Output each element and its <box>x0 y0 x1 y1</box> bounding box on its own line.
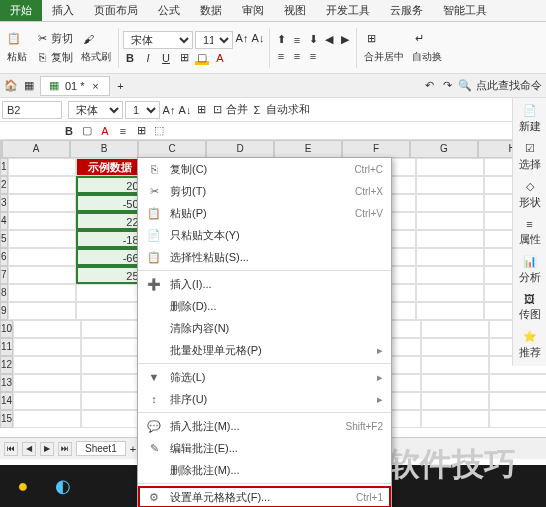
size-select[interactable]: 11 <box>195 31 233 49</box>
cell[interactable] <box>416 230 484 248</box>
cell[interactable] <box>8 248 76 266</box>
menu-item[interactable]: 📋选择性粘贴(S)... <box>138 246 391 268</box>
tab-3[interactable]: 公式 <box>148 0 190 21</box>
increase-font-icon[interactable]: A↑ <box>235 31 249 45</box>
autosum-label[interactable]: 自动求和 <box>266 102 310 117</box>
tab-5[interactable]: 审阅 <box>232 0 274 21</box>
font-select[interactable]: 宋体 <box>123 31 193 49</box>
col-header[interactable]: A <box>2 140 70 158</box>
menu-item[interactable]: ➕插入(I)... <box>138 273 391 295</box>
cell[interactable] <box>8 212 76 230</box>
paste-button[interactable]: 📋 <box>4 31 30 47</box>
copy-button[interactable]: ⎘复制 <box>32 49 76 66</box>
tab-7[interactable]: 开发工具 <box>316 0 380 21</box>
menu-item[interactable]: ↕排序(U)▸ <box>138 388 391 410</box>
row-header[interactable]: 13 <box>0 374 13 392</box>
mini-size-select[interactable]: 11 <box>125 101 160 119</box>
row-header[interactable]: 7 <box>0 266 8 284</box>
tab-1[interactable]: 插入 <box>42 0 84 21</box>
close-icon[interactable]: × <box>89 79 103 93</box>
border-icon[interactable]: ⊞ <box>194 103 208 117</box>
add-sheet-icon[interactable]: + <box>130 443 136 455</box>
menu-item[interactable]: 📋粘贴(P)Ctrl+V <box>138 202 391 224</box>
menu-item[interactable]: 📄只粘贴文本(Y) <box>138 224 391 246</box>
cell[interactable]: -18 <box>76 230 144 248</box>
home-icon[interactable]: 🏠 <box>4 79 18 93</box>
italic-icon[interactable]: I <box>141 51 155 65</box>
fill-color-icon[interactable]: ▢ <box>80 124 94 138</box>
row-header[interactable]: 5 <box>0 230 8 248</box>
cell[interactable] <box>416 284 484 302</box>
cell[interactable] <box>421 338 489 356</box>
cell[interactable] <box>8 176 76 194</box>
taskbar-app-2[interactable]: ◐ <box>46 469 80 503</box>
decrease-font-icon[interactable]: A↓ <box>178 103 192 117</box>
row-header[interactable]: 11 <box>0 338 13 356</box>
mini-font-select[interactable]: 宋体 <box>68 101 123 119</box>
cell[interactable] <box>416 158 484 176</box>
first-sheet-icon[interactable]: ⏮ <box>4 442 18 456</box>
cell[interactable] <box>13 374 81 392</box>
cell[interactable]: 25 <box>76 266 144 284</box>
cell[interactable] <box>416 266 484 284</box>
cell[interactable]: -50 <box>76 194 144 212</box>
side-button[interactable]: ◇形状 <box>519 180 541 210</box>
last-sheet-icon[interactable]: ⏭ <box>58 442 72 456</box>
cell[interactable] <box>13 320 81 338</box>
undo-icon[interactable]: ↶ <box>422 79 436 93</box>
cell[interactable] <box>421 320 489 338</box>
bold-icon[interactable]: B <box>123 51 137 65</box>
border-icon[interactable]: ⊞ <box>177 51 191 65</box>
cell[interactable] <box>489 392 546 410</box>
row-header[interactable]: 15 <box>0 410 13 428</box>
cell[interactable] <box>489 410 546 428</box>
autosum-icon[interactable]: Σ <box>250 103 264 117</box>
font-color-icon[interactable]: A <box>98 124 112 138</box>
prev-sheet-icon[interactable]: ◀ <box>22 442 36 456</box>
cell[interactable] <box>13 410 81 428</box>
tab-0[interactable]: 开始 <box>0 0 42 21</box>
align-icon[interactable]: ≡ <box>116 124 130 138</box>
align-left-icon[interactable]: ≡ <box>274 49 288 63</box>
row-header[interactable]: 6 <box>0 248 8 266</box>
fill-color-icon[interactable]: ▢ <box>195 51 209 65</box>
col-header[interactable]: F <box>342 140 410 158</box>
cell[interactable] <box>13 338 81 356</box>
align-bottom-icon[interactable]: ⬇ <box>306 33 320 47</box>
document-tab[interactable]: ▦ 01 * × <box>40 76 110 96</box>
col-header[interactable]: G <box>410 140 478 158</box>
menu-item[interactable]: ⎘复制(C)Ctrl+C <box>138 158 391 180</box>
side-button[interactable]: ☑选择 <box>519 142 541 172</box>
menu-item[interactable]: 批量处理单元格(P)▸ <box>138 339 391 361</box>
decrease-font-icon[interactable]: A↓ <box>251 31 265 45</box>
col-header[interactable]: D <box>206 140 274 158</box>
cell[interactable] <box>13 356 81 374</box>
menu-item[interactable]: ✎编辑批注(E)... <box>138 437 391 459</box>
cell[interactable] <box>416 194 484 212</box>
menu-item[interactable]: ⚙设置单元格格式(F)...Ctrl+1 <box>138 486 391 507</box>
cell[interactable] <box>416 302 484 320</box>
cell[interactable] <box>489 374 546 392</box>
tab-4[interactable]: 数据 <box>190 0 232 21</box>
row-header[interactable]: 4 <box>0 212 8 230</box>
tab-6[interactable]: 视图 <box>274 0 316 21</box>
cell[interactable] <box>416 212 484 230</box>
cell[interactable]: 22 <box>76 212 144 230</box>
row-header[interactable]: 9 <box>0 302 8 320</box>
redo-icon[interactable]: ↷ <box>440 79 454 93</box>
col-header[interactable]: B <box>70 140 138 158</box>
tab-9[interactable]: 智能工具 <box>433 0 497 21</box>
next-sheet-icon[interactable]: ▶ <box>40 442 54 456</box>
side-button[interactable]: ≡属性 <box>519 218 541 247</box>
side-button[interactable]: ⭐推荐 <box>519 330 541 360</box>
wrap-button[interactable]: ↵ <box>409 31 445 47</box>
underline-icon[interactable]: U <box>159 51 173 65</box>
menu-item[interactable]: ✂剪切(T)Ctrl+X <box>138 180 391 202</box>
col-header[interactable]: E <box>274 140 342 158</box>
cell[interactable] <box>13 392 81 410</box>
row-header[interactable]: 1 <box>0 158 8 176</box>
menu-item[interactable]: ▼筛选(L)▸ <box>138 366 391 388</box>
app-icon[interactable]: ▦ <box>22 79 36 93</box>
cell[interactable] <box>421 374 489 392</box>
align-right-icon[interactable]: ≡ <box>306 49 320 63</box>
